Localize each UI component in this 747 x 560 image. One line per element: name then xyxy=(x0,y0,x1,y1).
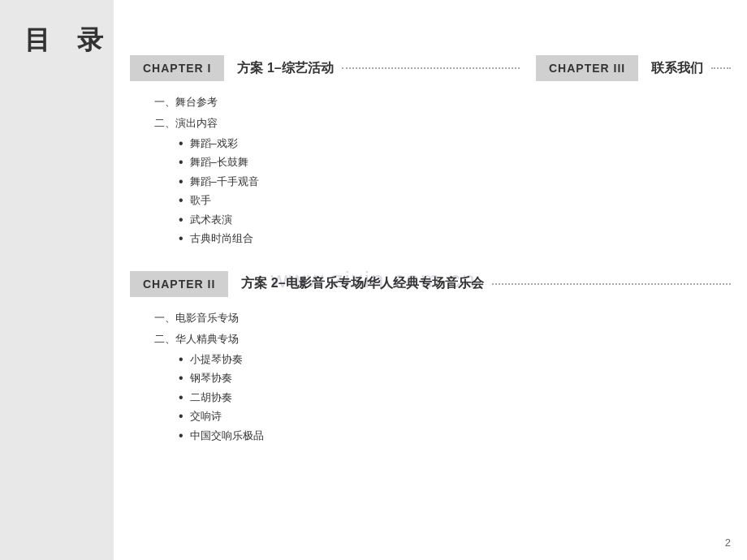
chapter2-divider xyxy=(492,283,731,285)
bullet-icon: • xyxy=(179,428,184,443)
list-item: • 交响诗 xyxy=(171,408,731,424)
page-container: 目 录 www.zixin.com.cn CHAPTER I 方案 1–综艺活动… xyxy=(0,0,747,560)
chapter1-item2: 二、演出内容 xyxy=(154,116,520,131)
bullet-icon: • xyxy=(179,136,184,151)
bullet-text: 武术表演 xyxy=(190,212,232,228)
page-title: 目 录 xyxy=(24,23,113,58)
chapter2-tag: CHAPTER II xyxy=(130,271,228,297)
bullet-text: 舞蹈–千手观音 xyxy=(190,174,259,190)
chapter1-divider xyxy=(342,67,520,69)
bullet-icon: • xyxy=(179,408,184,424)
chapter3-divider xyxy=(711,67,731,69)
list-item: • 舞蹈–长鼓舞 xyxy=(171,154,520,170)
chapter1-tag: CHAPTER I xyxy=(130,55,224,81)
chapter2-item1: 一、电影音乐专场 xyxy=(154,310,731,327)
list-item: • 钢琴协奏 xyxy=(171,370,731,386)
bullet-icon: • xyxy=(179,351,184,367)
list-item: • 舞蹈–戏彩 xyxy=(171,136,520,152)
chapter2-header: CHAPTER II 方案 2–电影音乐专场/华人经典专场音乐会 xyxy=(130,271,731,297)
bullet-icon: • xyxy=(179,212,184,227)
list-item: • 古典时尚组合 xyxy=(171,230,520,247)
list-item: • 小提琴协奏 xyxy=(171,351,731,368)
chapter1-header: CHAPTER I 方案 1–综艺活动 xyxy=(130,55,520,81)
chapter1-content: 一、舞台参考 二、演出内容 • 舞蹈–戏彩 • 舞蹈–长鼓舞 • xyxy=(130,94,520,247)
page-number: 2 xyxy=(725,536,731,549)
bullet-icon: • xyxy=(179,174,184,189)
chapter1-bullet-list: • 舞蹈–戏彩 • 舞蹈–长鼓舞 • 舞蹈–千手观音 • xyxy=(171,136,520,247)
bullet-text: 钢琴协奏 xyxy=(190,370,232,386)
left-sidebar xyxy=(0,0,114,560)
chapter2-title: 方案 2–电影音乐专场/华人经典专场音乐会 xyxy=(241,275,484,292)
bullet-text: 中国交响乐极品 xyxy=(190,428,264,444)
chapter3-block: CHAPTER III 联系我们 xyxy=(536,55,731,81)
list-item: • 歌手 xyxy=(171,192,520,209)
bullet-icon: • xyxy=(179,390,184,405)
top-chapters-row: CHAPTER I 方案 1–综艺活动 一、舞台参考 二、演出内容 • 舞蹈–戏… xyxy=(130,55,731,255)
bullet-text: 歌手 xyxy=(190,192,211,209)
bullet-icon: • xyxy=(179,192,184,208)
chapter1-item1: 一、舞台参考 xyxy=(154,94,520,111)
bullet-icon: • xyxy=(179,154,184,170)
bullet-text: 古典时尚组合 xyxy=(190,230,253,247)
chapter2-item2: 二、华人精典专场 xyxy=(154,332,731,347)
chapter1-block: CHAPTER I 方案 1–综艺活动 一、舞台参考 二、演出内容 • 舞蹈–戏… xyxy=(130,55,520,255)
chapter2-content: 一、电影音乐专场 二、华人精典专场 • 小提琴协奏 • 钢琴协奏 • 二胡协奏 xyxy=(130,310,731,443)
list-item: • 二胡协奏 xyxy=(171,390,731,406)
bullet-text: 二胡协奏 xyxy=(190,390,232,406)
chapter1-title: 方案 1–综艺活动 xyxy=(237,60,333,77)
list-item: • 中国交响乐极品 xyxy=(171,428,731,444)
list-item: • 舞蹈–千手观音 xyxy=(171,174,520,190)
chapter3-title: 联系我们 xyxy=(651,60,703,77)
chapter2-section: CHAPTER II 方案 2–电影音乐专场/华人经典专场音乐会 一、电影音乐专… xyxy=(130,271,731,443)
bullet-icon: • xyxy=(179,230,184,246)
bullet-text: 小提琴协奏 xyxy=(190,351,243,368)
chapter2-bullet-list: • 小提琴协奏 • 钢琴协奏 • 二胡协奏 • 交响诗 xyxy=(171,351,731,444)
chapter3-header: CHAPTER III 联系我们 xyxy=(536,55,731,81)
list-item: • 武术表演 xyxy=(171,212,520,228)
bullet-text: 交响诗 xyxy=(190,408,222,424)
chapter3-tag: CHAPTER III xyxy=(536,55,638,81)
bullet-text: 舞蹈–长鼓舞 xyxy=(190,154,248,170)
bullet-text: 舞蹈–戏彩 xyxy=(190,136,238,152)
bullet-icon: • xyxy=(179,370,184,386)
main-content: CHAPTER I 方案 1–综艺活动 一、舞台参考 二、演出内容 • 舞蹈–戏… xyxy=(114,0,747,560)
